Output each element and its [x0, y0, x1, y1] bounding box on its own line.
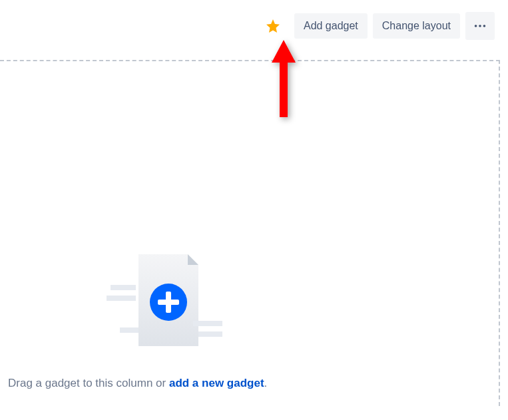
svg-point-1 [479, 25, 481, 27]
star-icon [265, 18, 281, 34]
empty-state-suffix: . [264, 377, 268, 389]
empty-state: Drag a gadget to this column or add a ne… [0, 249, 499, 390]
more-horizontal-icon [473, 19, 487, 33]
add-document-icon [107, 249, 226, 355]
svg-point-2 [483, 25, 486, 27]
gadget-drop-zone[interactable]: Drag a gadget to this column or add a ne… [0, 60, 500, 406]
more-actions-button[interactable] [465, 12, 495, 40]
change-layout-button[interactable]: Change layout [373, 13, 460, 39]
add-new-gadget-link[interactable]: add a new gadget [169, 377, 264, 389]
svg-rect-3 [111, 285, 136, 290]
svg-point-0 [475, 25, 477, 27]
empty-state-illustration [107, 249, 499, 358]
empty-state-text: Drag a gadget to this column or add a ne… [8, 377, 499, 390]
svg-rect-4 [107, 296, 136, 301]
svg-rect-9 [193, 321, 222, 326]
dashboard-toolbar: Add gadget Change layout [0, 0, 508, 47]
svg-rect-8 [158, 300, 179, 305]
svg-rect-10 [198, 331, 222, 337]
svg-rect-5 [120, 327, 138, 333]
favorite-star-button[interactable] [262, 15, 284, 37]
add-gadget-button[interactable]: Add gadget [294, 13, 368, 39]
empty-state-prefix: Drag a gadget to this column or [8, 377, 169, 389]
